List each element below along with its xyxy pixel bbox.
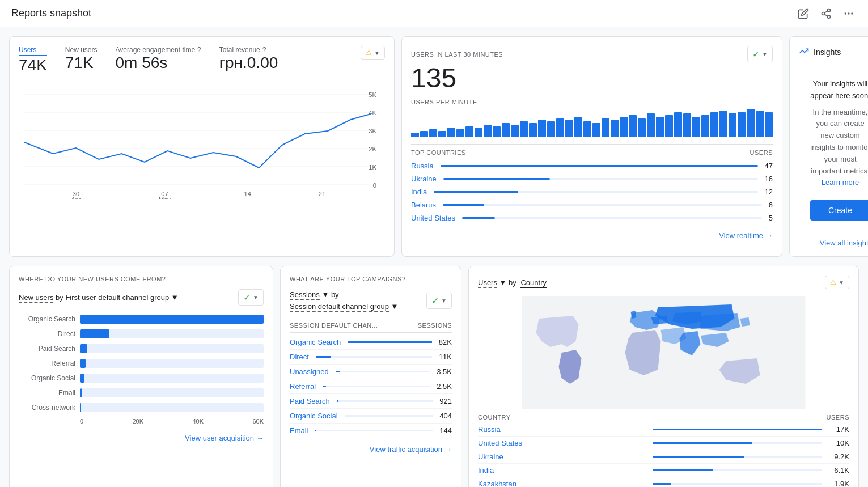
insights-bold: Your Insights will appear here soon. — [810, 78, 868, 102]
ctr-bar — [653, 442, 753, 444]
metric-revenue-label: Total revenue ? — [219, 46, 278, 54]
metric-new-users: New users 71K — [65, 46, 98, 74]
session-name[interactable]: Email — [290, 426, 308, 435]
dropdown-arrow-camp-btn: ▼ — [441, 298, 447, 304]
create-button[interactable]: Create — [810, 200, 868, 221]
mini-bar — [556, 118, 564, 137]
ctr-bar — [653, 429, 823, 430]
hbar-fill — [80, 329, 109, 338]
ctr-name[interactable]: Russia — [478, 425, 648, 434]
mini-bar — [511, 125, 519, 137]
session-name[interactable]: Organic Social — [290, 412, 338, 420]
country-name[interactable]: Russia — [411, 162, 434, 170]
mini-bar — [701, 115, 709, 137]
dropdown-arrow-map-users[interactable]: ▼ — [499, 278, 507, 287]
svg-text:2K: 2K — [369, 146, 376, 153]
metrics-header: Users 74K New users 71K Average engageme… — [19, 46, 385, 81]
session-bar — [345, 415, 345, 417]
country-table-row: Ukraine 9.2K — [478, 450, 849, 464]
map-alert-button[interactable]: ⚠ ▼ — [825, 276, 849, 289]
session-row: Organic Search 82K — [290, 335, 452, 350]
country-name[interactable]: India — [411, 188, 427, 196]
share-button[interactable] — [818, 6, 834, 22]
ctr-name[interactable]: Kazakhstan — [478, 480, 648, 487]
svg-point-5 — [845, 12, 846, 14]
session-name[interactable]: Organic Search — [290, 338, 341, 346]
ctr-name[interactable]: Ukraine — [478, 452, 648, 461]
mini-bar — [456, 129, 464, 137]
view-all-insights-link[interactable]: View all insights → — [799, 239, 868, 247]
countries-list: Russia 47 Ukraine 16 India 12 Belarus 6 … — [411, 159, 773, 225]
country-table: COUNTRY USERS Russia 17K United States 1… — [478, 414, 849, 487]
session-bar — [316, 356, 331, 358]
mini-bar — [674, 112, 682, 137]
session-name[interactable]: Paid Search — [290, 397, 330, 405]
dropdown-arrow-acquisition[interactable]: ▼ — [171, 293, 179, 302]
dropdown-arrow-map-btn: ▼ — [839, 280, 844, 286]
ctr-value: 6.1K — [827, 466, 849, 475]
mini-bar — [502, 123, 510, 137]
hbar-label: Organic Social — [19, 374, 75, 382]
users-chart: 5K 4K 3K 2K 1K 0 30 — [19, 86, 385, 199]
ctr-name[interactable]: India — [478, 466, 648, 475]
mini-bar — [638, 118, 646, 137]
mini-bar — [574, 117, 582, 137]
more-button[interactable] — [841, 6, 857, 22]
campaigns-status-button[interactable]: ✓ ▼ — [426, 293, 452, 309]
acquisition-card: WHERE DO YOUR NEW USERS COME FROM? New u… — [9, 266, 273, 487]
help-icon-revenue[interactable]: ? — [262, 46, 266, 54]
ctr-value: 1.9K — [827, 480, 849, 487]
metric-users-label: Users — [19, 46, 47, 56]
alert-button[interactable]: ⚠ ▼ — [361, 46, 385, 60]
view-traffic-link[interactable]: View traffic acquisition → — [290, 445, 452, 454]
hbar-axis-label: 60K — [252, 418, 264, 425]
help-icon-engagement[interactable]: ? — [197, 46, 201, 54]
view-acquisition-link[interactable]: View user acquisition → — [19, 434, 264, 442]
acquisition-status-button[interactable]: ✓ ▼ — [238, 289, 264, 306]
session-bar — [336, 371, 340, 372]
svg-text:Apr: Apr — [71, 196, 81, 199]
ctr-bar — [653, 469, 714, 471]
arrow-icon: → — [765, 231, 773, 240]
session-bar — [337, 400, 338, 402]
country-table-rows: Russia 17K United States 10K Ukraine 9.2… — [478, 423, 849, 487]
mini-bar-chart — [411, 109, 773, 137]
session-row: Unassigned 3.5K — [290, 365, 452, 379]
metric-new-users-value: 71K — [65, 54, 98, 72]
view-realtime-link[interactable]: View realtime → — [411, 231, 773, 240]
dropdown-arrow-group[interactable]: ▼ — [391, 302, 399, 311]
hbar-row: Direct — [19, 329, 264, 338]
country-name[interactable]: Belarus — [411, 201, 436, 209]
country-name[interactable]: Ukraine — [411, 175, 437, 183]
session-name[interactable]: Unassigned — [290, 367, 329, 376]
learn-more-link[interactable]: Learn more — [822, 178, 859, 187]
country-value: 47 — [765, 162, 773, 170]
top-row: Users 74K New users 71K Average engageme… — [9, 36, 859, 257]
session-row: Direct 11K — [290, 350, 452, 365]
arrow-icon-traffic: → — [444, 445, 452, 454]
ctr-value: 17K — [827, 425, 849, 434]
dropdown-arrow-sessions[interactable]: ▼ — [321, 290, 329, 299]
session-name[interactable]: Direct — [290, 353, 309, 361]
session-bar-wrap — [345, 415, 433, 417]
edit-button[interactable] — [795, 6, 811, 22]
mini-bar — [729, 113, 736, 137]
mini-bar — [447, 128, 455, 137]
ctr-bar — [653, 456, 744, 458]
session-bar-wrap — [315, 430, 433, 431]
hbar-row: Cross-network — [19, 403, 264, 412]
hbar-row: Organic Search — [19, 315, 264, 324]
ctr-name[interactable]: United States — [478, 439, 648, 447]
realtime-status-button[interactable]: ✓ ▼ — [747, 46, 773, 62]
mini-bar — [538, 120, 546, 137]
ctr-bar-wrap — [653, 469, 823, 471]
campaigns-section-title: WHAT ARE YOUR TOP CAMPAIGNS? — [290, 276, 452, 282]
warning-icon: ⚠ — [366, 49, 372, 57]
check-icon-acquisition: ✓ — [243, 292, 251, 303]
session-value: 2.5K — [437, 382, 452, 391]
mini-bar — [747, 109, 755, 137]
hbar-track — [80, 403, 264, 412]
country-name[interactable]: United States — [411, 214, 455, 222]
country-bar — [441, 165, 758, 167]
session-name[interactable]: Referral — [290, 382, 316, 391]
